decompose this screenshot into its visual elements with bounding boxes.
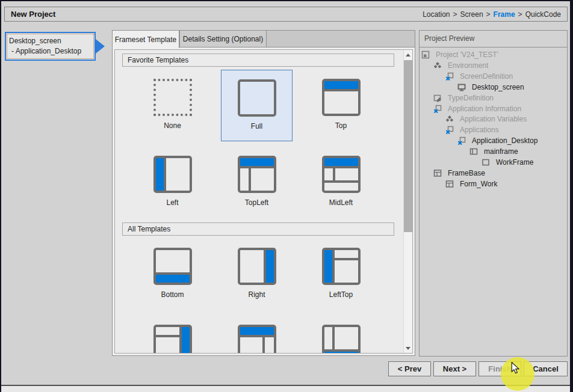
template-thumbnail-lefttop (322, 248, 361, 285)
template-midleft[interactable]: MidLeft (305, 147, 377, 218)
project-icon (421, 51, 433, 59)
frame-icon (482, 158, 493, 167)
win-x-icon (445, 72, 457, 81)
template-lefttop[interactable]: LeftTop (305, 239, 377, 310)
group-header-favorite-templates: Favorite Templates (122, 54, 394, 67)
diamonds-icon (445, 115, 457, 123)
vertical-scrollbar[interactable] (403, 50, 412, 353)
tree-node-environment[interactable]: Environment (433, 60, 488, 71)
breadcrumb-item-location[interactable]: Location (423, 10, 450, 19)
template-thumbnail-midleft (322, 156, 361, 193)
tree-node-label: TypeDefinition (448, 94, 494, 102)
tab-frameset-template[interactable]: Frameset Template (112, 30, 179, 48)
next-button[interactable]: Next > (433, 361, 476, 376)
tree-node-application-variables[interactable]: Application Variables (445, 114, 527, 124)
scroll-down-button[interactable] (404, 343, 412, 353)
frame-base-icon (445, 180, 457, 188)
tree-node-screendefinition[interactable]: ScreenDefinition (445, 71, 513, 82)
template-thumbnail-none (153, 79, 192, 116)
frame-base-icon (433, 169, 445, 177)
template-label: Full (251, 122, 262, 130)
tree-node-label: Form_Work (460, 180, 497, 188)
selected-node-line1: Desktop_screen (9, 36, 91, 46)
template-label: TopLeft (245, 198, 268, 207)
template-left[interactable]: Left (137, 147, 208, 218)
project-preview-panel: Project Preview Project 'V24_TEST'Enviro… (419, 30, 568, 357)
breadcrumb-separator: > (453, 10, 457, 19)
bottom-strip (1, 385, 572, 392)
template-thumbnail-full (238, 79, 276, 117)
template-thumbnail-cut-topright (153, 325, 192, 354)
tree-node-framebase[interactable]: FrameBase (433, 168, 485, 179)
template-label: MidLeft (329, 198, 353, 207)
selected-node-arrow (96, 39, 105, 54)
tab-details-setting[interactable]: Details Setting (Optional) (179, 30, 267, 47)
breadcrumb-separator: > (486, 10, 491, 19)
tree-node-applications[interactable]: Applications (445, 124, 499, 135)
tree-node-label: Desktop_screen (472, 83, 524, 91)
dialog-title: New Project (11, 10, 55, 19)
tree-node-workframe[interactable]: WorkFrame (482, 157, 533, 168)
tree-node-typedefinition[interactable]: TypeDefinition (433, 93, 494, 103)
tree-node-label: FrameBase (448, 169, 485, 177)
template-thumbnail-right (238, 248, 276, 285)
template-scroll-area: Favorite Templates All Templates NoneFul… (114, 49, 413, 354)
mouse-cursor (511, 362, 520, 375)
mainframe-icon (469, 147, 481, 156)
tree-node-application-desktop[interactable]: Application_Desktop (457, 135, 537, 146)
tree-node-mainframe[interactable]: mainframe (469, 146, 518, 157)
template-cut-topright[interactable] (137, 316, 208, 354)
scrollbar-thumb[interactable] (404, 60, 412, 232)
tree-node-label: Project 'V24_TEST' (436, 51, 498, 59)
type-def-icon (433, 94, 445, 102)
tree-node-application-information[interactable]: Application Information (433, 103, 521, 114)
group-header-all-templates: All Templates (122, 222, 394, 236)
dialog-buttons: < PrevNext >FinishCancel (388, 361, 568, 376)
tree-node-label: WorkFrame (496, 158, 533, 167)
project-tree: Project 'V24_TEST'EnvironmentScreenDefin… (421, 49, 567, 356)
breadcrumb-item-frame[interactable]: Frame (494, 10, 515, 19)
template-label: Right (248, 290, 265, 299)
breadcrumb-separator: > (518, 10, 522, 19)
template-cut-colbottom[interactable] (305, 316, 377, 354)
template-full[interactable]: Full (221, 70, 293, 141)
tree-node-label: mainframe (484, 147, 518, 156)
tab-strip: Frameset Template Details Setting (Optio… (112, 30, 415, 47)
tree-node-label: Environment (448, 61, 488, 70)
selected-node-line2: - Application_Desktop (9, 46, 91, 57)
tree-node-label: Application Variables (460, 115, 527, 123)
template-label: Top (335, 121, 347, 130)
tree-node-form-work[interactable]: Form_Work (445, 179, 497, 189)
tree-node-project-v24-test-[interactable]: Project 'V24_TEST' (421, 49, 498, 60)
template-top[interactable]: Top (305, 70, 377, 141)
breadcrumb-item-screen[interactable]: Screen (460, 10, 483, 19)
template-cut-topsplit[interactable] (221, 316, 293, 354)
template-thumbnail-topleft (238, 156, 276, 193)
template-thumbnail-cut-topsplit (238, 325, 276, 354)
dialog-titlebar: New Project Location>Screen>Frame>QuickC… (4, 7, 568, 22)
template-topleft[interactable]: TopLeft (221, 147, 293, 218)
tree-node-label: Application_Desktop (472, 136, 537, 145)
template-none[interactable]: None (137, 70, 208, 141)
template-label: Bottom (161, 290, 184, 299)
template-label: LeftTop (329, 290, 353, 299)
template-thumbnail-left (153, 156, 192, 193)
tree-node-label: Applications (460, 126, 499, 134)
template-right[interactable]: Right (221, 239, 293, 310)
tree-node-label: ScreenDefinition (460, 72, 513, 81)
template-thumbnail-top (322, 79, 361, 116)
template-bottom[interactable]: Bottom (137, 239, 208, 310)
diamonds-icon (433, 61, 445, 70)
selected-node-box[interactable]: Desktop_screen - Application_Desktop (5, 32, 96, 61)
win-x-icon (457, 136, 469, 145)
tree-node-label: Application Information (448, 105, 521, 113)
template-thumbnail-bottom (153, 248, 192, 285)
prev-button[interactable]: < Prev (388, 361, 431, 376)
project-preview-title: Project Preview (420, 31, 567, 47)
monitor-icon (457, 83, 469, 91)
scroll-up-button[interactable] (404, 50, 412, 60)
breadcrumb: Location>Screen>Frame>QuickCode (423, 10, 561, 19)
tree-node-desktop-screen[interactable]: Desktop_screen (457, 82, 524, 93)
breadcrumb-item-quickcode[interactable]: QuickCode (525, 10, 561, 19)
template-label: Left (166, 198, 178, 207)
